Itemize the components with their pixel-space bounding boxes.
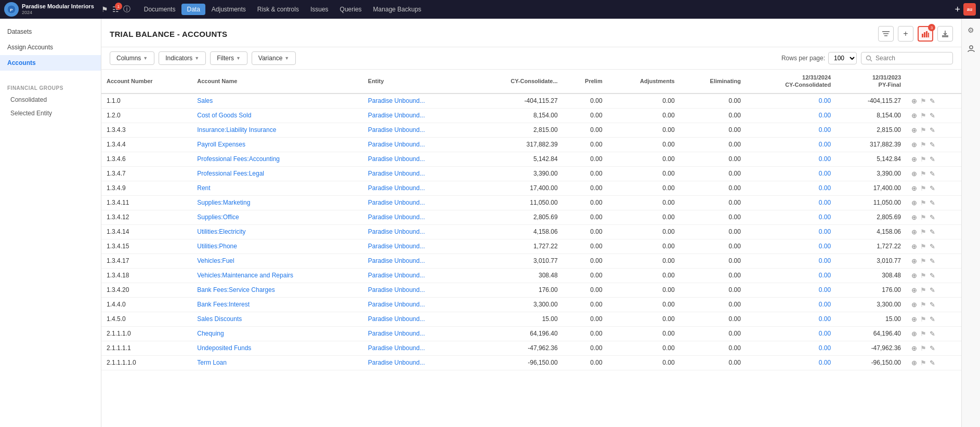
nav-data[interactable]: Data [181, 4, 205, 15]
row-flag-icon[interactable]: ⚑ [920, 214, 926, 221]
table-row: 2.1.1.1.1 Undeposited Funds Paradise Unb… [101, 341, 961, 355]
row-add-icon[interactable]: ⊕ [911, 301, 917, 309]
row-flag-icon[interactable]: ⚑ [920, 170, 926, 178]
cell-account-name: Sales Discounts [192, 312, 363, 326]
row-add-icon[interactable]: ⊕ [911, 272, 917, 279]
row-edit-icon[interactable]: ✎ [930, 184, 935, 192]
row-edit-icon[interactable]: ✎ [930, 199, 935, 207]
cell-actions: ⊕ ⚑ ✎ [906, 297, 961, 312]
row-flag-icon[interactable]: ⚑ [920, 97, 926, 105]
search-input[interactable] [876, 55, 948, 62]
row-add-icon[interactable]: ⊕ [911, 228, 917, 236]
row-add-icon[interactable]: ⊕ [911, 199, 917, 207]
row-flag-icon[interactable]: ⚑ [920, 330, 926, 338]
row-edit-icon[interactable]: ✎ [930, 214, 935, 221]
flag-icon[interactable]: ⚑ [101, 5, 108, 14]
add-view-button[interactable]: + [898, 26, 913, 42]
nav-issues[interactable]: Issues [305, 4, 334, 15]
cell-actions: ⊕ ⚑ ✎ [906, 355, 961, 370]
sidebar-item-accounts[interactable]: Accounts [0, 55, 101, 71]
row-edit-icon[interactable]: ✎ [930, 315, 935, 323]
row-edit-icon[interactable]: ✎ [930, 155, 935, 163]
row-add-icon[interactable]: ⊕ [911, 344, 917, 352]
row-flag-icon[interactable]: ⚑ [920, 359, 926, 367]
sidebar-item-selected-entity[interactable]: Selected Entity [0, 106, 101, 120]
user-avatar[interactable]: au [963, 3, 976, 16]
row-flag-icon[interactable]: ⚑ [920, 272, 926, 279]
row-edit-icon[interactable]: ✎ [930, 126, 935, 134]
row-add-icon[interactable]: ⊕ [911, 286, 917, 294]
row-edit-icon[interactable]: ✎ [930, 330, 935, 338]
cell-account-name: Chequing [192, 326, 363, 341]
row-edit-icon[interactable]: ✎ [930, 272, 935, 279]
row-flag-icon[interactable]: ⚑ [920, 286, 926, 294]
nav-manage-backups[interactable]: Manage Backups [368, 4, 427, 15]
row-flag-icon[interactable]: ⚑ [920, 126, 926, 134]
indicators-button[interactable]: Indicators ▼ [159, 51, 206, 65]
filter-view-button[interactable] [878, 26, 894, 42]
sidebar-item-consolidated[interactable]: Consolidated [0, 93, 101, 106]
sidebar-item-assign-accounts[interactable]: Assign Accounts [0, 39, 101, 55]
row-flag-icon[interactable]: ⚑ [920, 315, 926, 323]
cell-eliminating: 0.00 [680, 297, 746, 312]
rows-per-page-control: Rows per page: 100 50 200 [781, 52, 857, 64]
nav-documents[interactable]: Documents [139, 4, 181, 15]
row-flag-icon[interactable]: ⚑ [920, 184, 926, 192]
row-flag-icon[interactable]: ⚑ [920, 228, 926, 236]
row-add-icon[interactable]: ⊕ [911, 315, 917, 323]
chart-icon [921, 30, 930, 38]
right-panel-settings-icon[interactable]: ⚙ [964, 23, 978, 37]
row-flag-icon[interactable]: ⚑ [920, 155, 926, 163]
row-flag-icon[interactable]: ⚑ [920, 257, 926, 265]
row-add-icon[interactable]: ⊕ [911, 112, 917, 119]
row-add-icon[interactable]: ⊕ [911, 170, 917, 178]
columns-button[interactable]: Columns ▼ [110, 51, 154, 65]
row-edit-icon[interactable]: ✎ [930, 286, 935, 294]
app-logo[interactable]: P Paradise Modular Interiors 2024 [4, 2, 94, 17]
row-edit-icon[interactable]: ✎ [930, 97, 935, 105]
row-edit-icon[interactable]: ✎ [930, 141, 935, 149]
export-button[interactable] [937, 26, 953, 42]
nav-queries[interactable]: Queries [335, 4, 367, 15]
row-edit-icon[interactable]: ✎ [930, 359, 935, 367]
filters-button[interactable]: Filters ▼ [210, 51, 247, 65]
cell-eliminating: 0.00 [680, 94, 746, 109]
row-flag-icon[interactable]: ⚑ [920, 344, 926, 352]
cell-entity: Paradise Unbound... [363, 341, 471, 355]
nav-adjustments[interactable]: Adjustments [206, 4, 251, 15]
row-add-icon[interactable]: ⊕ [911, 126, 917, 134]
row-edit-icon[interactable]: ✎ [930, 257, 935, 265]
row-flag-icon[interactable]: ⚑ [920, 112, 926, 119]
row-edit-icon[interactable]: ✎ [930, 301, 935, 309]
row-add-icon[interactable]: ⊕ [911, 243, 917, 250]
row-flag-icon[interactable]: ⚑ [920, 301, 926, 309]
row-edit-icon[interactable]: ✎ [930, 112, 935, 119]
row-edit-icon[interactable]: ✎ [930, 170, 935, 178]
row-add-icon[interactable]: ⊕ [911, 141, 917, 149]
info-icon[interactable]: ⓘ [123, 5, 130, 14]
row-edit-icon[interactable]: ✎ [930, 228, 935, 236]
row-add-icon[interactable]: ⊕ [911, 257, 917, 265]
row-flag-icon[interactable]: ⚑ [920, 243, 926, 250]
right-panel-user-icon[interactable] [964, 42, 978, 56]
org-chart-icon[interactable]: ☷ 1 [112, 5, 119, 14]
row-add-icon[interactable]: ⊕ [911, 97, 917, 105]
row-add-icon[interactable]: ⊕ [911, 184, 917, 192]
nav-risk-controls[interactable]: Risk & controls [252, 4, 304, 15]
row-add-icon[interactable]: ⊕ [911, 214, 917, 221]
sidebar-item-datasets[interactable]: Datasets [0, 24, 101, 39]
row-edit-icon[interactable]: ✎ [930, 344, 935, 352]
rows-per-page-select[interactable]: 100 50 200 [828, 52, 857, 64]
nav-menu: Documents Data Adjustments Risk & contro… [139, 4, 953, 15]
chart-view-button[interactable]: 3 [918, 26, 933, 42]
variance-button[interactable]: Variance ▼ [252, 51, 296, 65]
row-flag-icon[interactable]: ⚑ [920, 141, 926, 149]
cell-cy-consolidated-val: 0.00 [746, 268, 836, 283]
svg-rect-6 [924, 32, 925, 37]
add-button[interactable]: + [955, 4, 960, 15]
row-add-icon[interactable]: ⊕ [911, 359, 917, 367]
row-flag-icon[interactable]: ⚑ [920, 199, 926, 207]
row-add-icon[interactable]: ⊕ [911, 155, 917, 163]
row-add-icon[interactable]: ⊕ [911, 330, 917, 338]
row-edit-icon[interactable]: ✎ [930, 243, 935, 250]
